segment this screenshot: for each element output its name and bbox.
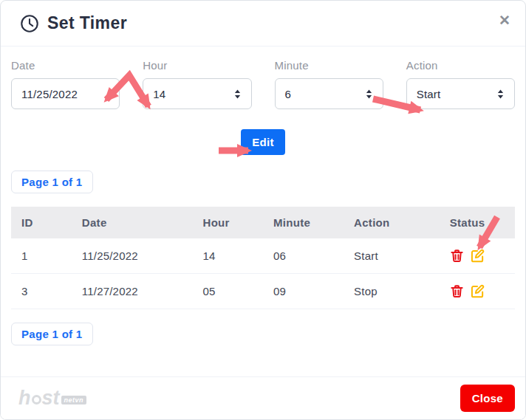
- action-field-group: Action Start: [406, 59, 515, 109]
- table-header-row: ID Date Hour Minute Action Status: [11, 207, 515, 238]
- cell-date: 11/25/2022: [72, 238, 193, 274]
- minute-select[interactable]: 6: [275, 78, 383, 109]
- cell-minute: 06: [263, 238, 344, 274]
- edit-icon[interactable]: [471, 284, 485, 298]
- cell-action: Start: [344, 238, 440, 274]
- globe-icon: [32, 395, 41, 404]
- hour-field-group: Hour 14: [143, 59, 251, 109]
- trash-icon[interactable]: [450, 284, 464, 298]
- up-down-caret-icon: [365, 89, 373, 99]
- page-indicator-bottom[interactable]: Page 1 of 1: [11, 323, 93, 345]
- cell-id: 3: [11, 274, 72, 309]
- logo-text-suffix: st: [42, 387, 60, 410]
- edit-button-row: Edit: [11, 129, 515, 155]
- modal-body: Date 11/25/2022 Hour 14 Minute 6: [1, 47, 525, 345]
- hour-label: Hour: [143, 59, 251, 72]
- modal-title: Set Timer: [47, 13, 127, 33]
- set-timer-modal: Set Timer ✕ Date 11/25/2022 Hour 14 Minu…: [0, 0, 526, 420]
- col-header-status: Status: [440, 207, 515, 238]
- brand-logo: h st netvn: [18, 387, 86, 410]
- col-header-action: Action: [344, 207, 440, 238]
- cell-id: 1: [11, 238, 72, 274]
- cell-hour: 14: [193, 238, 263, 274]
- logo-text-prefix: h: [18, 387, 31, 410]
- up-down-caret-icon: [233, 89, 242, 99]
- row-actions: [450, 284, 505, 298]
- close-icon[interactable]: ✕: [499, 13, 510, 27]
- modal-header: Set Timer ✕: [1, 1, 525, 47]
- hour-select[interactable]: 14: [143, 78, 251, 109]
- edit-icon[interactable]: [471, 249, 485, 263]
- date-input[interactable]: 11/25/2022: [11, 78, 120, 109]
- table-row: 1 11/25/2022 14 06 Start: [11, 238, 515, 274]
- trash-icon[interactable]: [450, 249, 464, 263]
- cell-date: 11/27/2022: [72, 274, 193, 309]
- cell-minute: 09: [263, 274, 344, 309]
- action-select[interactable]: Start: [406, 78, 515, 109]
- action-label: Action: [406, 59, 515, 72]
- edit-button[interactable]: Edit: [241, 129, 285, 155]
- page-indicator-top[interactable]: Page 1 of 1: [11, 171, 93, 193]
- action-value: Start: [417, 88, 441, 100]
- col-header-hour: Hour: [193, 207, 263, 238]
- timers-table: ID Date Hour Minute Action Status 1 11/2…: [11, 207, 515, 309]
- pagination-bottom: Page 1 of 1: [11, 323, 515, 345]
- date-label: Date: [11, 59, 120, 72]
- hour-value: 14: [153, 88, 165, 100]
- date-field-group: Date 11/25/2022: [11, 59, 120, 109]
- clock-icon: [20, 14, 39, 33]
- table-row: 3 11/27/2022 05 09 Stop: [11, 274, 515, 309]
- pagination-top: Page 1 of 1: [11, 171, 515, 193]
- cell-hour: 05: [193, 274, 263, 309]
- col-header-minute: Minute: [263, 207, 344, 238]
- col-header-id: ID: [11, 207, 72, 238]
- cell-action: Stop: [344, 274, 440, 309]
- minute-value: 6: [285, 88, 292, 100]
- col-header-date: Date: [72, 207, 193, 238]
- date-value: 11/25/2022: [21, 88, 78, 100]
- up-down-caret-icon: [496, 89, 505, 99]
- logo-badge: netvn: [61, 396, 87, 404]
- timer-form: Date 11/25/2022 Hour 14 Minute 6: [11, 59, 515, 109]
- minute-field-group: Minute 6: [275, 59, 383, 109]
- minute-label: Minute: [275, 59, 383, 72]
- modal-footer: h st netvn Close: [1, 376, 525, 419]
- row-actions: [450, 249, 505, 263]
- close-button[interactable]: Close: [460, 385, 515, 412]
